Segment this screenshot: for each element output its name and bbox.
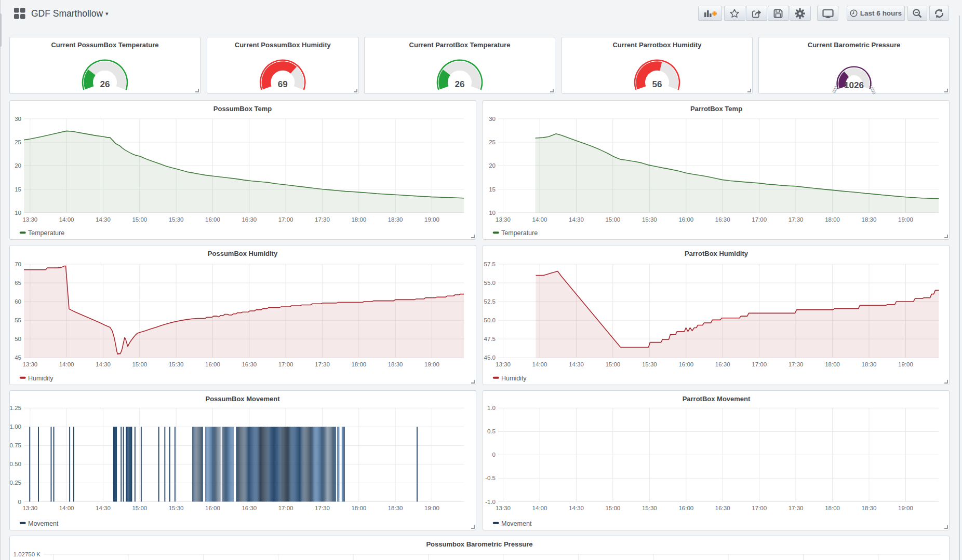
svg-text:15:30: 15:30 <box>642 361 657 367</box>
svg-text:14:30: 14:30 <box>96 216 111 222</box>
svg-text:Humidity: Humidity <box>501 375 527 382</box>
svg-text:0.25: 0.25 <box>10 480 21 486</box>
svg-text:17:00: 17:00 <box>278 505 293 511</box>
svg-text:14:30: 14:30 <box>96 505 111 511</box>
svg-text:1026: 1026 <box>844 80 864 90</box>
svg-text:0.50: 0.50 <box>10 461 21 467</box>
svg-text:0.5: 0.5 <box>487 428 496 434</box>
svg-text:45.0: 45.0 <box>484 354 495 361</box>
svg-text:16:30: 16:30 <box>715 505 730 511</box>
svg-text:18:00: 18:00 <box>825 216 840 222</box>
svg-text:16:00: 16:00 <box>678 505 693 511</box>
svg-text:15:30: 15:30 <box>169 361 184 367</box>
svg-text:19:00: 19:00 <box>424 505 439 511</box>
svg-text:45: 45 <box>15 354 21 361</box>
svg-text:13:30: 13:30 <box>22 505 37 511</box>
svg-text:18:00: 18:00 <box>825 505 840 511</box>
svg-text:1.0: 1.0 <box>487 405 496 411</box>
svg-text:13:30: 13:30 <box>496 216 511 222</box>
svg-text:14:30: 14:30 <box>569 361 584 367</box>
svg-text:13:30: 13:30 <box>22 216 37 222</box>
svg-text:55.0: 55.0 <box>484 280 495 286</box>
svg-text:-0.5: -0.5 <box>485 475 496 481</box>
svg-text:Temperature: Temperature <box>28 229 64 237</box>
svg-text:15:00: 15:00 <box>605 505 620 511</box>
svg-text:47.5: 47.5 <box>484 336 495 342</box>
svg-text:17:00: 17:00 <box>278 361 293 367</box>
svg-text:16:00: 16:00 <box>678 216 693 222</box>
svg-text:17:00: 17:00 <box>752 361 767 367</box>
svg-text:19:00: 19:00 <box>424 361 439 367</box>
svg-text:14:30: 14:30 <box>569 216 584 222</box>
svg-text:15:00: 15:00 <box>132 505 147 511</box>
svg-text:70: 70 <box>15 261 21 267</box>
svg-text:15:30: 15:30 <box>642 505 657 511</box>
svg-text:15:30: 15:30 <box>169 505 184 511</box>
svg-text:15:00: 15:00 <box>605 216 620 222</box>
svg-text:17:30: 17:30 <box>315 505 330 511</box>
svg-text:25: 25 <box>15 139 21 145</box>
svg-text:19:00: 19:00 <box>898 505 913 511</box>
svg-text:18:30: 18:30 <box>388 216 403 222</box>
svg-text:15:00: 15:00 <box>132 216 147 222</box>
svg-text:14:00: 14:00 <box>59 216 74 222</box>
svg-text:-1.0: -1.0 <box>485 499 496 505</box>
svg-text:16:00: 16:00 <box>205 361 220 367</box>
svg-text:16:30: 16:30 <box>242 505 257 511</box>
svg-text:30: 30 <box>15 115 21 121</box>
svg-text:ParrotBox Temp: ParrotBox Temp <box>690 104 742 112</box>
svg-text:15: 15 <box>489 186 496 192</box>
svg-text:16:30: 16:30 <box>242 216 257 222</box>
svg-text:17:30: 17:30 <box>788 505 803 511</box>
svg-text:Current ParrotBox Temperature: Current ParrotBox Temperature <box>409 41 511 49</box>
svg-text:65: 65 <box>15 280 21 286</box>
svg-text:10: 10 <box>15 209 21 215</box>
svg-text:50: 50 <box>15 336 21 342</box>
svg-text:30: 30 <box>489 115 496 121</box>
svg-text:14:00: 14:00 <box>59 505 74 511</box>
svg-text:13:30: 13:30 <box>22 361 37 367</box>
svg-text:15:30: 15:30 <box>169 216 184 222</box>
svg-text:Temperature: Temperature <box>501 229 538 237</box>
svg-text:14:30: 14:30 <box>569 505 584 511</box>
svg-text:20: 20 <box>15 162 21 169</box>
svg-text:14:00: 14:00 <box>532 505 547 511</box>
svg-text:50.0: 50.0 <box>484 317 495 323</box>
svg-text:25: 25 <box>489 139 496 145</box>
svg-text:PossumBox Temp: PossumBox Temp <box>213 104 272 112</box>
svg-text:19:00: 19:00 <box>424 216 439 222</box>
svg-text:Current PossumBox Temperature: Current PossumBox Temperature <box>51 41 158 49</box>
svg-text:17:30: 17:30 <box>788 216 803 222</box>
svg-text:15: 15 <box>15 186 21 192</box>
svg-text:Current PossumBox Humidity: Current PossumBox Humidity <box>235 41 331 49</box>
svg-text:16:30: 16:30 <box>715 216 730 222</box>
svg-text:19:00: 19:00 <box>898 361 913 367</box>
svg-text:13:30: 13:30 <box>496 505 511 511</box>
svg-text:18:00: 18:00 <box>351 505 366 511</box>
svg-text:17:30: 17:30 <box>315 361 330 367</box>
svg-text:1.02750 K: 1.02750 K <box>14 551 41 557</box>
svg-text:18:30: 18:30 <box>861 505 876 511</box>
svg-text:15:00: 15:00 <box>132 361 147 367</box>
svg-text:17:00: 17:00 <box>752 216 767 222</box>
svg-text:Current Barometric Pressure: Current Barometric Pressure <box>808 41 900 49</box>
svg-text:56: 56 <box>652 79 662 89</box>
svg-text:PossumBox Humidity: PossumBox Humidity <box>208 250 278 257</box>
svg-text:Movement: Movement <box>28 520 59 527</box>
svg-text:19:00: 19:00 <box>898 216 913 222</box>
svg-text:14:30: 14:30 <box>96 361 111 367</box>
svg-text:16:30: 16:30 <box>715 361 730 367</box>
svg-text:14:00: 14:00 <box>59 361 74 367</box>
svg-text:18:30: 18:30 <box>388 505 403 511</box>
svg-text:17:00: 17:00 <box>278 216 293 222</box>
svg-text:1.25: 1.25 <box>10 405 21 411</box>
svg-text:15:30: 15:30 <box>642 216 657 222</box>
svg-text:14:00: 14:00 <box>532 216 547 222</box>
svg-text:1.00: 1.00 <box>10 424 21 430</box>
svg-text:18:30: 18:30 <box>861 361 876 367</box>
svg-text:18:00: 18:00 <box>351 361 366 367</box>
svg-text:0.75: 0.75 <box>10 442 21 448</box>
svg-text:16:00: 16:00 <box>678 361 693 367</box>
svg-text:ParrotBox Humidity: ParrotBox Humidity <box>684 250 748 257</box>
svg-text:ParrotBox Movement: ParrotBox Movement <box>682 395 750 403</box>
